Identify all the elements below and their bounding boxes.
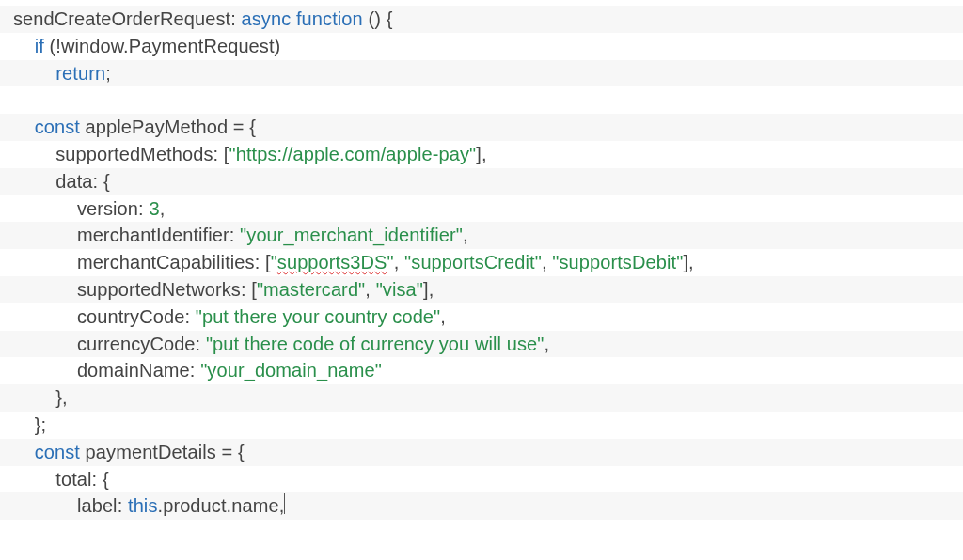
code-token: "put there your country code" [196,306,441,327]
code-token: countryCode: [77,306,196,327]
code-token: version: [77,198,150,219]
code-token: domainName: [77,360,200,381]
code-line-19: label: this.product.name, [0,492,963,520]
code-token: "supportsDebit" [552,252,683,272]
code-token: "supportsCredit" [404,252,542,272]
code-token: sendCreateOrderRequest: [13,8,242,29]
code-token: .product.name, [158,495,285,516]
text-caret [284,493,285,514]
code-token: (!window.PaymentRequest) [44,36,281,56]
code-token: currencyCode: [77,334,206,354]
code-token: total: { [55,469,108,490]
code-token: supportedNetworks: [ [77,279,257,300]
code-line-4 [0,86,963,114]
code-token: paymentDetails = { [80,442,245,462]
code-line-5: const applePayMethod = { [0,114,963,141]
code-token: const [35,117,80,137]
code-token: }; [35,414,46,435]
code-token: return [55,63,105,84]
code-token: , [463,225,468,245]
code-token: , [394,252,404,272]
code-token: "your_merchant_identifier" [240,225,463,245]
code-line-18: total: { [0,466,963,493]
code-token: applePayMethod = { [80,117,256,137]
code-line-6: supportedMethods: ["https://apple.com/ap… [0,141,963,168]
code-token: label: [77,495,128,516]
code-token: , [160,198,166,219]
code-line-14: domainName: "your_domain_name" [0,357,963,384]
code-token: const [35,442,80,462]
code-token: "visa" [376,279,423,300]
code-block: sendCreateOrderRequest: async function (… [0,0,963,520]
code-line-13: currencyCode: "put there code of currenc… [0,331,963,358]
code-token: merchantIdentifier: [77,225,240,245]
code-line-3: return; [0,60,963,87]
code-line-10: merchantCapabilities: ["supports3DS", "s… [0,249,963,276]
code-line-7: data: { [0,168,963,195]
code-token: ], [476,144,486,164]
code-line-15: }, [0,384,963,412]
code-token: supports3DS [277,252,387,272]
code-token: data: { [55,171,109,192]
code-token: "mastercard" [257,279,365,300]
code-token: ], [423,279,434,300]
code-line-8: version: 3, [0,195,963,223]
code-token: , [542,252,552,272]
code-line-11: supportedNetworks: ["mastercard", "visa"… [0,276,963,303]
code-token: " [387,252,394,272]
code-token: this [128,495,158,516]
code-token: ; [105,63,111,84]
code-line-1: sendCreateOrderRequest: async function (… [0,6,963,33]
code-line-17: const paymentDetails = { [0,439,963,466]
code-token: () { [363,8,393,29]
code-token: ], [683,252,693,272]
code-token: }, [55,387,67,408]
code-token: " [271,252,277,272]
code-line-12: countryCode: "put there your country cod… [0,303,963,331]
code-token: , [365,279,375,300]
code-token: if [35,36,44,56]
code-token: , [545,334,550,354]
code-token: , [440,306,446,327]
code-token: supportedMethods: [ [55,144,229,164]
code-token: "put there code of currency you will use… [206,334,545,354]
code-token: 3 [149,198,159,219]
code-line-2: if (!window.PaymentRequest) [0,33,963,60]
code-token: "https://apple.com/apple-pay" [229,144,477,164]
code-token: merchantCapabilities: [ [77,252,271,272]
code-line-16: }; [0,412,963,439]
code-token: "your_domain_name" [200,360,382,381]
code-token: async function [242,8,363,29]
code-line-9: merchantIdentifier: "your_merchant_ident… [0,222,963,249]
